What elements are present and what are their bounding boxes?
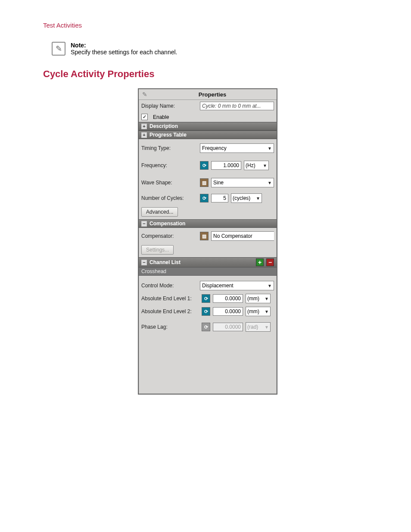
collapse-icon[interactable]: − bbox=[141, 260, 147, 265]
display-name-label: Display Name: bbox=[141, 103, 197, 109]
enable-checkbox[interactable]: ✓ bbox=[141, 114, 148, 120]
section-channel-list[interactable]: − Channel List + − bbox=[139, 257, 277, 268]
note-label: Note: bbox=[71, 42, 86, 49]
section-description-label: Description bbox=[149, 123, 178, 129]
frequency-unit: (Hz) bbox=[244, 162, 262, 168]
variable-icon[interactable]: ⟳ bbox=[200, 161, 209, 170]
compensator-select[interactable]: No Compensator bbox=[211, 231, 274, 241]
chevron-down-icon: ▼ bbox=[266, 178, 274, 187]
collapse-icon[interactable]: − bbox=[141, 221, 147, 227]
compensator-value: No Compensator bbox=[212, 233, 274, 239]
expand-icon[interactable]: + bbox=[141, 124, 147, 129]
section-compensation-label: Compensation bbox=[149, 221, 185, 227]
expand-icon[interactable]: + bbox=[141, 132, 147, 138]
abs1-label: Absolute End Level 1: bbox=[141, 296, 199, 302]
note-body: Specify these settings for each channel. bbox=[71, 49, 177, 56]
control-mode-value: Displacement bbox=[200, 283, 266, 289]
row-cycles: Number of Cycles: ⟳ (cycles) ▼ bbox=[139, 192, 277, 205]
abs2-label: Absolute End Level 2: bbox=[141, 308, 199, 314]
properties-panel: ✎ Properties Display Name: ✓ Enable + De… bbox=[138, 88, 277, 395]
compensator-label: Compensator: bbox=[141, 233, 197, 239]
section-description[interactable]: + Description bbox=[139, 122, 277, 131]
section-progress-label: Progress Table bbox=[149, 132, 187, 138]
section-progress-table[interactable]: + Progress Table bbox=[139, 131, 277, 139]
wave-select[interactable]: Sine ▼ bbox=[211, 178, 274, 187]
chevron-down-icon: ▼ bbox=[263, 296, 270, 301]
section-channel-label: Channel List bbox=[149, 259, 181, 265]
section-compensation[interactable]: − Compensation bbox=[139, 219, 277, 228]
panel-title: Properties bbox=[151, 91, 274, 98]
chevron-down-icon: ▼ bbox=[263, 309, 270, 314]
phase-unit: (rad) bbox=[246, 324, 263, 330]
advanced-button[interactable]: Advanced... bbox=[141, 207, 178, 217]
row-control-mode: Control Mode: Displacement ▼ bbox=[139, 279, 277, 292]
pencil-icon: ✎ bbox=[141, 91, 148, 98]
note-block: ✎ Note: Specify these settings for each … bbox=[52, 42, 389, 56]
row-abs-end-1: Absolute End Level 1: ⟳ (mm) ▼ bbox=[139, 292, 277, 305]
settings-button: Settings... bbox=[141, 245, 174, 255]
timing-label: Timing Type: bbox=[141, 145, 197, 151]
phase-unit-select: (rad) ▼ bbox=[246, 322, 271, 332]
abs1-unit: (mm) bbox=[246, 296, 263, 302]
timing-value: Frequency bbox=[200, 145, 266, 151]
chevron-down-icon: ▼ bbox=[262, 163, 268, 168]
row-enable: ✓ Enable bbox=[139, 112, 277, 122]
abs2-unit: (mm) bbox=[246, 308, 263, 314]
row-timing-type: Timing Type: Frequency ▼ bbox=[139, 142, 277, 155]
variable-icon[interactable]: ⟳ bbox=[202, 307, 210, 316]
section-title: Cycle Activity Properties bbox=[43, 68, 389, 80]
add-channel-button[interactable]: + bbox=[256, 258, 264, 266]
chevron-down-icon: ▼ bbox=[255, 196, 262, 201]
variable-icon: ⟳ bbox=[202, 323, 210, 331]
cycles-input[interactable] bbox=[211, 194, 228, 202]
cycles-unit-select[interactable]: (cycles) ▼ bbox=[231, 193, 262, 203]
abs1-input[interactable] bbox=[213, 294, 243, 303]
row-display-name: Display Name: bbox=[139, 100, 277, 112]
abs2-unit-select[interactable]: (mm) ▼ bbox=[246, 307, 271, 316]
list-icon[interactable]: ▥ bbox=[200, 178, 209, 187]
control-mode-label: Control Mode: bbox=[141, 283, 197, 289]
cycles-unit: (cycles) bbox=[231, 195, 255, 201]
abs2-input[interactable] bbox=[213, 307, 243, 316]
chevron-down-icon: ▼ bbox=[266, 144, 274, 152]
chevron-down-icon: ▼ bbox=[263, 325, 270, 330]
list-icon[interactable]: ▥ bbox=[200, 232, 209, 240]
abs1-unit-select[interactable]: (mm) ▼ bbox=[246, 294, 271, 303]
frequency-input[interactable] bbox=[211, 161, 241, 170]
row-abs-end-2: Absolute End Level 2: ⟳ (mm) ▼ bbox=[139, 305, 277, 318]
variable-icon[interactable]: ⟳ bbox=[200, 194, 209, 202]
note-icon: ✎ bbox=[52, 42, 65, 56]
page-header: Test Activities bbox=[43, 22, 389, 29]
note-text: Note: Specify these settings for each ch… bbox=[71, 42, 177, 56]
enable-label: Enable bbox=[153, 114, 169, 120]
control-mode-select[interactable]: Displacement ▼ bbox=[200, 281, 274, 290]
row-phase-lag: Phase Lag: ⟳ (rad) ▼ bbox=[139, 320, 277, 333]
channel-item[interactable]: Crosshead bbox=[139, 268, 277, 276]
cycles-label: Number of Cycles: bbox=[141, 195, 197, 201]
phase-input bbox=[213, 323, 243, 331]
frequency-label: Frequency: bbox=[141, 162, 197, 168]
row-wave-shape: Wave Shape: ▥ Sine ▼ bbox=[139, 176, 277, 189]
chevron-down-icon: ▼ bbox=[266, 281, 274, 290]
wave-label: Wave Shape: bbox=[141, 180, 197, 186]
row-frequency: Frequency: ⟳ (Hz) ▼ bbox=[139, 159, 277, 172]
timing-select[interactable]: Frequency ▼ bbox=[200, 143, 274, 153]
variable-icon[interactable]: ⟳ bbox=[202, 294, 210, 303]
frequency-unit-select[interactable]: (Hz) ▼ bbox=[244, 161, 269, 170]
phase-label: Phase Lag: bbox=[141, 324, 199, 330]
wave-value: Sine bbox=[212, 180, 266, 186]
row-compensator: Compensator: ▥ No Compensator bbox=[139, 230, 277, 243]
display-name-input[interactable] bbox=[200, 102, 274, 110]
remove-channel-button[interactable]: − bbox=[266, 258, 274, 266]
panel-title-bar: ✎ Properties bbox=[139, 89, 277, 100]
